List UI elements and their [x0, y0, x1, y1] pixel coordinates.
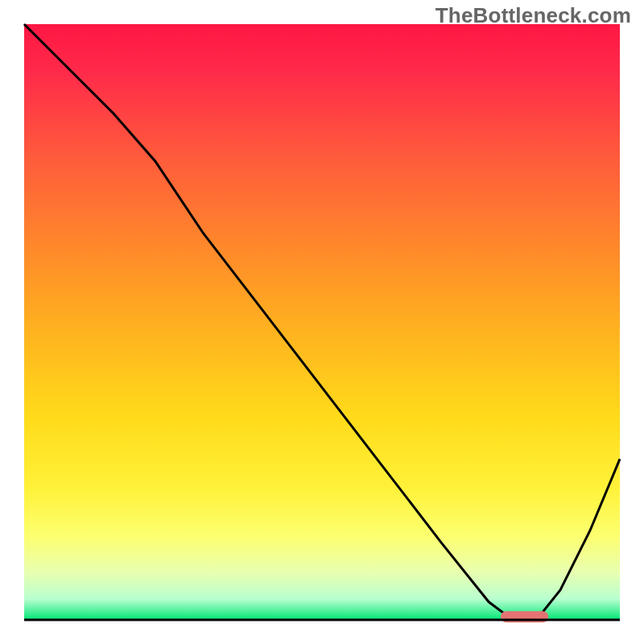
bottleneck-chart — [0, 0, 644, 644]
watermark-text: TheBottleneck.com — [436, 3, 631, 28]
chart-frame: TheBottleneck.com — [0, 0, 644, 644]
